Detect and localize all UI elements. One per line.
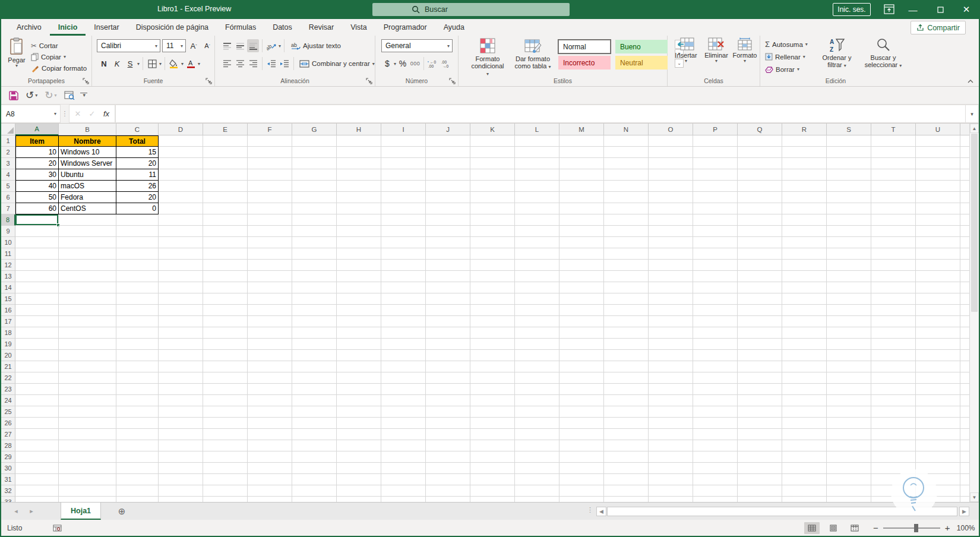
font-color-dropdown-icon[interactable]: ▾ — [198, 62, 200, 66]
cell-H22[interactable] — [337, 372, 381, 384]
cell-N19[interactable] — [604, 339, 649, 350]
cell-O9[interactable] — [649, 226, 693, 237]
cell-L2[interactable] — [515, 147, 559, 158]
fill-button[interactable]: Rellenar ▾ — [765, 51, 808, 62]
cell-I32[interactable] — [381, 485, 426, 497]
cell-P26[interactable] — [693, 418, 738, 429]
decrease-indent-icon[interactable] — [265, 57, 277, 70]
cell-K10[interactable] — [470, 237, 515, 248]
sign-in-button[interactable]: Inic. ses. — [833, 3, 871, 16]
cell-S3[interactable] — [827, 158, 871, 169]
cell-T15[interactable] — [871, 293, 916, 305]
cell-I23[interactable] — [381, 384, 426, 395]
cell-J6[interactable] — [426, 192, 470, 203]
cell-K9[interactable] — [470, 226, 515, 237]
cell-D1[interactable] — [159, 135, 203, 147]
cell-G1[interactable] — [292, 135, 337, 147]
cell-S25[interactable] — [827, 406, 871, 418]
cell-S24[interactable] — [827, 395, 871, 406]
cell-N15[interactable] — [604, 293, 649, 305]
cell-E23[interactable] — [203, 384, 248, 395]
cell-A20[interactable] — [15, 350, 59, 361]
cell-J25[interactable] — [426, 406, 470, 418]
decrease-font-icon[interactable]: Aˇ — [201, 39, 213, 52]
cell-D28[interactable] — [159, 440, 203, 451]
cancel-entry-icon[interactable]: ✕ — [71, 109, 85, 118]
cell-M21[interactable] — [559, 361, 604, 372]
cell-K18[interactable] — [470, 327, 515, 339]
column-header-H[interactable]: H — [337, 124, 381, 135]
next-sheet-icon[interactable]: ▸ — [24, 503, 39, 520]
borders-icon[interactable] — [146, 57, 158, 70]
cell-C5[interactable]: 26 — [116, 181, 159, 192]
tab-datos[interactable]: Datos — [264, 19, 301, 36]
cell-L7[interactable] — [515, 203, 559, 214]
cell-S28[interactable] — [827, 440, 871, 451]
row-header-33[interactable]: 33 — [1, 497, 15, 502]
cell-F15[interactable] — [248, 293, 292, 305]
insert-function-icon[interactable]: fx — [99, 109, 113, 118]
cell-H30[interactable] — [337, 463, 381, 474]
cell-L19[interactable] — [515, 339, 559, 350]
cell-Q26[interactable] — [738, 418, 782, 429]
cell-A14[interactable] — [15, 282, 59, 293]
cell-T7[interactable] — [871, 203, 916, 214]
cell-A30[interactable] — [15, 463, 59, 474]
row-header-1[interactable]: 1 — [1, 135, 15, 147]
column-header-D[interactable]: D — [159, 124, 203, 135]
font-size-select[interactable]: 11▾ — [162, 39, 186, 52]
cell-A31[interactable] — [15, 474, 59, 485]
sort-filter-button[interactable]: AZ Ordenar y filtrar ▾ — [817, 37, 856, 68]
cell-A17[interactable] — [15, 316, 59, 327]
cell-H31[interactable] — [337, 474, 381, 485]
cell-R9[interactable] — [782, 226, 827, 237]
cell-L17[interactable] — [515, 316, 559, 327]
cell-U22[interactable] — [916, 372, 960, 384]
tab-ayuda[interactable]: Ayuda — [435, 19, 473, 36]
cell-R32[interactable] — [782, 485, 827, 497]
cell-Q28[interactable] — [738, 440, 782, 451]
cell-B5[interactable]: macOS — [59, 181, 116, 192]
row-header-19[interactable]: 19 — [1, 339, 15, 350]
cell-A5[interactable]: 40 — [15, 181, 59, 192]
cell-P17[interactable] — [693, 316, 738, 327]
cell-R30[interactable] — [782, 463, 827, 474]
hscroll-right-icon[interactable]: ▶ — [959, 507, 969, 516]
cell-C29[interactable] — [116, 451, 159, 463]
search-bar[interactable]: Buscar — [372, 3, 570, 16]
cell-C1[interactable]: Total — [116, 135, 159, 147]
cell-C17[interactable] — [116, 316, 159, 327]
cell-U9[interactable] — [916, 226, 960, 237]
cell-P25[interactable] — [693, 406, 738, 418]
cell-L1[interactable] — [515, 135, 559, 147]
cell-R5[interactable] — [782, 181, 827, 192]
cell-T21[interactable] — [871, 361, 916, 372]
align-bottom-icon[interactable] — [247, 39, 259, 52]
cell-S20[interactable] — [827, 350, 871, 361]
cell-D14[interactable] — [159, 282, 203, 293]
cell-P12[interactable] — [693, 260, 738, 271]
cell-C25[interactable] — [116, 406, 159, 418]
find-select-button[interactable]: Buscar y seleccionar ▾ — [860, 37, 906, 68]
row-header-32[interactable]: 32 — [1, 485, 15, 497]
cell-T27[interactable] — [871, 429, 916, 440]
cell-S5[interactable] — [827, 181, 871, 192]
cell-C13[interactable] — [116, 271, 159, 282]
cell-L31[interactable] — [515, 474, 559, 485]
cell-H5[interactable] — [337, 181, 381, 192]
cell-U27[interactable] — [916, 429, 960, 440]
cell-K22[interactable] — [470, 372, 515, 384]
cell-S27[interactable] — [827, 429, 871, 440]
cell-I11[interactable] — [381, 248, 426, 260]
cell-D2[interactable] — [159, 147, 203, 158]
sheet-tab-hoja1[interactable]: Hoja1 — [61, 503, 101, 520]
cell-J21[interactable] — [426, 361, 470, 372]
cell-A1[interactable]: Item — [15, 135, 59, 147]
cell-O32[interactable] — [649, 485, 693, 497]
cell-B26[interactable] — [59, 418, 116, 429]
orientation-dropdown-icon[interactable]: ▾ — [279, 44, 281, 48]
cell-U28[interactable] — [916, 440, 960, 451]
cell-S31[interactable] — [827, 474, 871, 485]
cell-C2[interactable]: 15 — [116, 147, 159, 158]
cell-I14[interactable] — [381, 282, 426, 293]
